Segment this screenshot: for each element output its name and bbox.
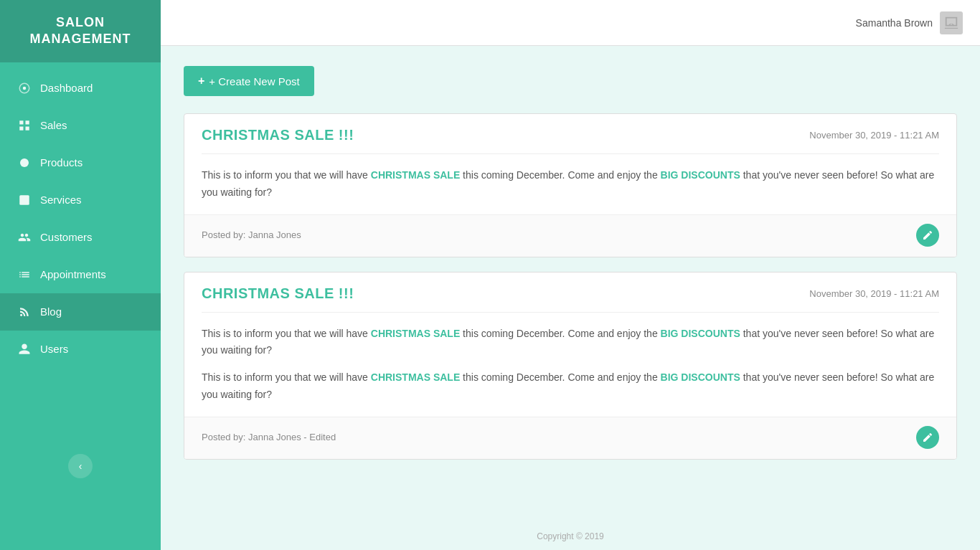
main-content: Samantha Brown + + Create New Post CHRIS…	[161, 0, 980, 550]
post-body-2: This is to inform you that we will have …	[184, 313, 956, 417]
post-paragraph-2-2: This is to inform you that we will have …	[202, 369, 939, 404]
post-edit-button-1[interactable]	[916, 224, 939, 247]
users-icon	[17, 342, 32, 356]
products-icon	[17, 156, 32, 170]
posts-container: CHRISTMAS SALE !!!November 30, 2019 - 11…	[184, 113, 957, 460]
chevron-left-icon: ‹	[79, 460, 83, 472]
sidebar-item-dashboard[interactable]: Dashboard	[0, 70, 161, 107]
sidebar-item-products[interactable]: Products	[0, 144, 161, 181]
sidebar-item-customers[interactable]: Customers	[0, 219, 161, 256]
create-new-post-button[interactable]: + + Create New Post	[184, 66, 314, 96]
highlight-discounts: BIG DISCOUNTS	[661, 169, 740, 181]
highlight-discounts: BIG DISCOUNTS	[661, 328, 740, 339]
post-paragraph-2-1: This is to inform you that we will have …	[202, 326, 939, 360]
sidebar-item-customers-label: Customers	[40, 231, 93, 243]
post-edit-button-2[interactable]	[916, 426, 939, 449]
svg-rect-2	[26, 120, 29, 124]
post-date-1: November 30, 2019 - 11:21 AM	[809, 130, 939, 141]
highlight-discounts: BIG DISCOUNTS	[661, 371, 740, 383]
sidebar-item-users-label: Users	[40, 343, 68, 355]
post-footer-1: Posted by: Janna Jones	[184, 214, 956, 257]
sales-icon	[17, 118, 32, 133]
plus-icon: +	[198, 75, 204, 87]
sidebar-collapse-button[interactable]: ‹	[68, 454, 93, 478]
sidebar-item-users[interactable]: Users	[0, 331, 161, 368]
post-author-1: Posted by: Janna Jones	[202, 229, 301, 240]
sidebar-item-appointments[interactable]: Appointments	[0, 256, 161, 293]
post-card-1: CHRISTMAS SALE !!!November 30, 2019 - 11…	[184, 113, 957, 257]
user-info: Samantha Brown	[856, 11, 963, 34]
svg-rect-1	[19, 120, 23, 124]
blog-icon	[17, 305, 32, 319]
footer-text: Copyright © 2019	[537, 531, 604, 541]
post-header-2: CHRISTMAS SALE !!!November 30, 2019 - 11…	[184, 272, 956, 312]
sidebar-item-appointments-label: Appointments	[40, 268, 106, 280]
svg-rect-7	[949, 20, 953, 24]
svg-point-5	[20, 158, 29, 167]
post-date-2: November 30, 2019 - 11:21 AM	[809, 288, 939, 299]
sidebar-item-blog-label: Blog	[40, 305, 62, 318]
customers-icon	[17, 230, 32, 245]
post-paragraph-1-1: This is to inform you that we will have …	[202, 167, 939, 201]
page-content: + + Create New Post CHRISTMAS SALE !!!No…	[161, 46, 980, 523]
dashboard-icon	[17, 81, 32, 95]
sidebar: SALONMANAGEMENT Dashboard Sales Products…	[0, 0, 161, 550]
svg-rect-3	[19, 126, 23, 130]
svg-point-0	[23, 87, 27, 90]
sidebar-item-sales-label: Sales	[40, 119, 67, 131]
sidebar-item-services[interactable]: Services	[0, 181, 161, 219]
svg-rect-4	[26, 126, 29, 130]
sidebar-item-sales[interactable]: Sales	[0, 107, 161, 144]
sidebar-logo: SALONMANAGEMENT	[0, 0, 161, 62]
avatar-icon	[940, 11, 963, 34]
post-header-1: CHRISTMAS SALE !!!November 30, 2019 - 11…	[184, 114, 956, 153]
post-body-1: This is to inform you that we will have …	[184, 154, 956, 214]
edit-icon	[922, 229, 933, 241]
sidebar-nav: Dashboard Sales Products Services Custom…	[0, 70, 161, 368]
highlight-christmas: CHRISTMAS SALE	[371, 328, 460, 339]
topbar: Samantha Brown	[161, 0, 980, 46]
username: Samantha Brown	[856, 17, 933, 29]
svg-rect-6	[19, 195, 29, 205]
footer: Copyright © 2019	[161, 523, 980, 550]
create-button-label: + Create New Post	[209, 75, 299, 87]
post-title-1: CHRISTMAS SALE !!!	[202, 127, 354, 143]
highlight-christmas: CHRISTMAS SALE	[371, 169, 460, 181]
highlight-christmas: CHRISTMAS SALE	[371, 371, 460, 383]
appointments-icon	[17, 267, 32, 282]
services-icon	[17, 193, 32, 207]
post-author-2: Posted by: Janna Jones - Edited	[202, 432, 336, 442]
post-footer-2: Posted by: Janna Jones - Edited	[184, 417, 956, 459]
post-title-2: CHRISTMAS SALE !!!	[202, 285, 354, 302]
sidebar-item-dashboard-label: Dashboard	[40, 82, 93, 94]
post-card-2: CHRISTMAS SALE !!!November 30, 2019 - 11…	[184, 272, 957, 460]
edit-icon	[922, 432, 933, 443]
sidebar-item-blog[interactable]: Blog	[0, 293, 161, 331]
sidebar-item-products-label: Products	[40, 156, 83, 169]
sidebar-item-services-label: Services	[40, 194, 82, 206]
